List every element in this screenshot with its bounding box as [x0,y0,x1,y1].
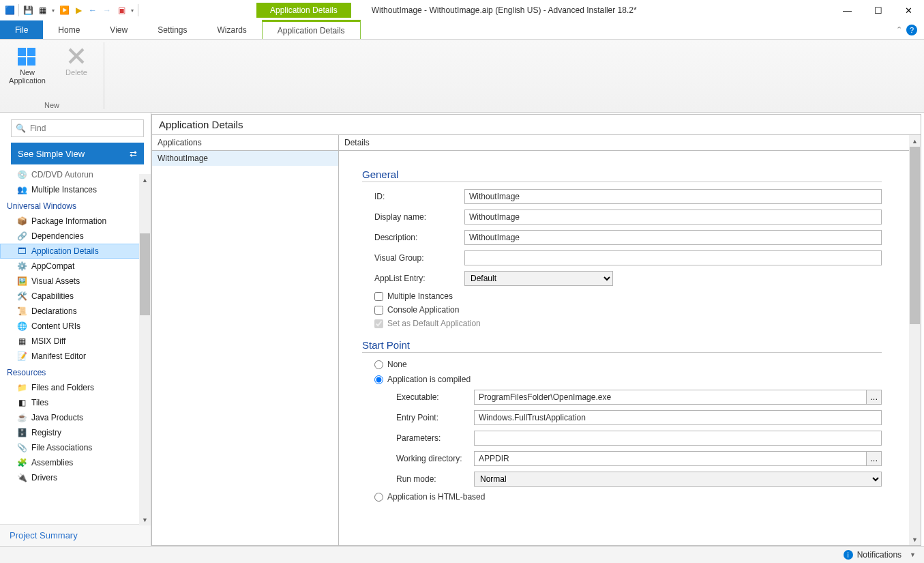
radio-none[interactable]: None [374,360,882,369]
sidebar-item-capabilities[interactable]: 🛠️Capabilities [0,289,151,304]
project-summary-button[interactable]: Project Summary [0,524,151,546]
sidebar-item-cddvd-autorun[interactable]: 💿CD/DVD Autorun [0,170,151,182]
search-icon: 🔍 [16,124,26,133]
minimize-button[interactable]: — [832,0,863,20]
run-icon[interactable]: ▶️ [57,3,71,17]
window-icon: 🗔 [16,246,27,257]
sidebar-item-dependencies[interactable]: 🔗Dependencies [0,229,151,244]
driver-icon: 🔌 [16,472,27,483]
display-name-field[interactable] [464,210,882,225]
sidebar-item-content-uris[interactable]: 🌐Content URIs [0,319,151,334]
sidebar-item-java-products[interactable]: ☕Java Products [0,410,151,425]
sidebar-item-tiles[interactable]: ◧Tiles [0,395,151,410]
sidebar-scrollbar[interactable]: ▲ ▼ [139,174,151,525]
scroll-down-icon[interactable]: ▼ [139,514,151,525]
display-name-label: Display name: [362,212,464,222]
link-icon: 🔗 [16,231,27,242]
tab-file[interactable]: File [0,20,43,39]
info-icon: i [844,550,853,560]
content-title: Application Details [151,114,921,135]
sidebar-cat-universal-windows: Universal Windows [0,197,151,214]
window-title: WithoutImage - WithoutImage.aip (English… [372,5,832,15]
notifications-button[interactable]: Notifications [857,550,901,560]
java-icon: ☕ [16,412,27,423]
working-directory-browse-button[interactable]: … [867,451,882,466]
sidebar-item-declarations[interactable]: 📜Declarations [0,304,151,319]
edit-icon: 📝 [16,351,27,362]
run-mode-select[interactable]: Normal [474,472,882,487]
search-input-wrap[interactable]: 🔍 [11,119,144,137]
close-button[interactable]: ✕ [893,0,924,20]
parameters-field[interactable] [474,431,882,446]
new-application-button[interactable]: NewApplication [5,42,49,85]
folder-icon: 📁 [16,382,27,393]
details-scroll-down-icon[interactable]: ▼ [909,534,921,545]
qat-dropdown-icon[interactable]: ▾ [129,3,136,17]
tab-view[interactable]: View [95,20,143,39]
back-icon[interactable]: ← [86,3,100,17]
scroll-thumb[interactable] [140,233,150,315]
maximize-button[interactable]: ☐ [863,0,893,20]
applist-entry-select[interactable]: Default [464,271,613,286]
sidebar-item-multiple-instances[interactable]: 👥Multiple Instances [0,182,151,197]
search-input[interactable] [30,124,139,133]
radio-application-compiled[interactable]: Application is compiled [374,375,882,384]
image-icon: 🖼️ [16,276,27,287]
help-icon[interactable]: ? [906,25,917,35]
executable-field[interactable] [474,390,867,405]
sidebar-item-registry[interactable]: 🗄️Registry [0,425,151,440]
sidebar-item-files-and-folders[interactable]: 📁Files and Folders [0,380,151,395]
radio-application-html-based[interactable]: Application is HTML-based [374,492,882,502]
build-icon[interactable]: ▦ [35,3,49,17]
svg-rect-3 [27,57,35,66]
sidebar-item-msix-diff[interactable]: ▦MSIX Diff [0,334,151,349]
play-icon[interactable]: ▶ [72,3,85,17]
entry-point-field[interactable] [474,410,882,425]
tab-settings[interactable]: Settings [143,20,202,39]
multiple-instances-checkbox[interactable]: Multiple Instances [362,291,882,301]
working-directory-label: Working directory: [384,454,474,463]
asm-icon: 🧩 [16,457,27,468]
sidebar-item-assemblies[interactable]: 🧩Assemblies [0,455,151,470]
people-icon: 👥 [16,184,27,195]
details-scroll-up-icon[interactable]: ▲ [909,135,921,147]
forward-icon[interactable]: → [100,3,114,17]
sidebar-item-appcompat[interactable]: ⚙️AppCompat [0,259,151,274]
details-scrollbar[interactable]: ▲ ▼ [909,135,921,545]
parameters-label: Parameters: [384,433,474,443]
application-list-item[interactable]: WithoutImage [152,151,338,166]
tab-application-details[interactable]: Application Details [262,20,361,39]
sidebar-item-drivers[interactable]: 🔌Drivers [0,470,151,485]
details-scroll-thumb[interactable] [910,147,920,324]
dropdown-icon[interactable]: ▾ [50,3,57,17]
id-label: ID: [362,192,464,201]
executable-browse-button[interactable]: … [867,390,882,405]
id-field[interactable] [464,189,882,204]
sidebar-item-file-associations[interactable]: 📎File Associations [0,440,151,455]
details-header: Details [339,135,909,151]
entry-point-label: Entry Point: [384,413,474,422]
tab-home[interactable]: Home [43,20,95,39]
sidebar-item-package-information[interactable]: 📦Package Information [0,214,151,229]
save-icon[interactable]: 💾 [21,3,35,17]
sidebar-item-visual-assets[interactable]: 🖼️Visual Assets [0,274,151,289]
sidebar-item-manifest-editor[interactable]: 📝Manifest Editor [0,349,151,364]
see-simple-view-button[interactable]: See Simple View ⇄ [11,143,144,164]
sidebar-item-application-details[interactable]: 🗔Application Details [0,244,151,259]
ribbon-collapse-icon[interactable]: ⌃ [896,25,902,34]
package-icon: 📦 [16,216,27,227]
working-directory-field[interactable] [474,451,867,466]
tab-wizards[interactable]: Wizards [203,20,262,39]
compat-icon: ⚙️ [16,261,27,272]
console-application-checkbox[interactable]: Console Application [362,305,882,315]
svg-rect-1 [27,48,35,56]
doc-icon: 📜 [16,306,27,317]
visual-group-field[interactable] [464,250,882,265]
description-field[interactable] [464,230,882,245]
app-icon: 🟦 [3,3,16,17]
applist-entry-label: AppList Entry: [362,274,464,283]
red-icon[interactable]: ▣ [115,3,128,17]
scroll-up-icon[interactable]: ▲ [139,174,151,186]
chevron-down-icon[interactable]: ▼ [910,551,916,558]
see-simple-view-label: See Simple View [18,149,85,159]
